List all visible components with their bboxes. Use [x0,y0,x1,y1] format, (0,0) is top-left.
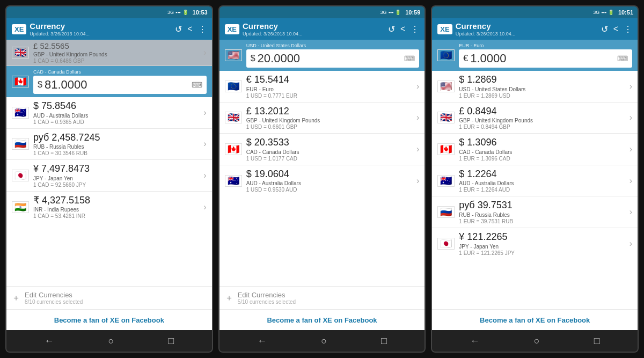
currency-item[interactable]: 🇪🇺 € 15.5414 EUR - Euro 1 USD = 0.7771 E… [219,71,425,103]
currency-code-1: GBP - United Kingdom Pounds [459,117,625,124]
recent-apps-icon[interactable]: □ [381,335,387,347]
phone-screen: 🇬🇧 £ 52.5565 GBP - United Kingdom Pounds… [6,40,212,330]
base-amount-row[interactable]: $ 81.0000 ⌨ [33,76,207,94]
share-icon[interactable]: < [613,24,618,34]
currency-code-5: JPY - Japan Yen [459,243,625,250]
refresh-icon[interactable]: ↺ [388,24,395,34]
app-header: XE Currency Updated: 3/26/2013 10:04... … [219,18,425,40]
share-icon[interactable]: < [187,24,192,34]
edit-currencies-info: Edit Currencies 5/10 currencies selected [238,291,296,305]
base-amount-value: 1.0000 [470,52,615,65]
xe-logo: XE [225,24,239,34]
currency-rate-3: 1 USD = 0.9530 AUD [246,187,412,193]
currency-item[interactable]: 🇦🇺 $ 19.0604 AUD - Australia Dollars 1 U… [219,165,425,196]
keyboard-icon: ⌨ [617,54,628,63]
facebook-link[interactable]: Become a fan of XE on Facebook [267,316,377,324]
edit-currencies-row[interactable]: ＋ Edit Currencies 5/10 currencies select… [219,286,425,309]
back-icon[interactable]: ← [44,335,54,347]
currency-amount-2: ¥ 7,497.8473 [33,163,199,175]
currency-item[interactable]: 🇦🇺 $ 75.8546 AUD - Australia Dollars 1 C… [6,97,212,129]
currency-info-1: руб 2,458.7245 RUB - Russia Rubles 1 CAD… [33,132,199,157]
menu-icon[interactable]: ⋮ [624,24,632,34]
refresh-icon[interactable]: ↺ [175,24,182,34]
currency-amount-3: $ 19.0604 [246,169,412,180]
currency-info-3: $ 1.2264 AUD - Australia Dollars 1 EUR =… [459,169,625,193]
back-icon[interactable]: ← [470,335,480,347]
currency-item[interactable]: 🇦🇺 $ 1.2264 AUD - Australia Dollars 1 EU… [432,165,638,197]
header-actions: ↺ < ⋮ [601,24,632,34]
currency-item[interactable]: 🇯🇵 ¥ 121.2265 JPY - Japan Yen 1 EUR = 12… [432,228,638,259]
currency-flag-3: 🇮🇳 [12,201,29,213]
nav-bar: ← ○ □ [6,330,212,352]
base-amount-row[interactable]: $ 20.0000 ⌨ [246,49,420,68]
currency-info-0: $ 75.8546 AUD - Australia Dollars 1 CAD … [33,100,199,125]
currency-rate-4: 1 EUR = 39.7531 RUB [459,218,625,224]
currency-flag-1: 🇬🇧 [225,112,242,123]
currency-flag-3: 🇦🇺 [437,175,455,187]
menu-icon[interactable]: ⋮ [198,24,207,34]
header-actions: ↺ < ⋮ [388,24,419,34]
base-currency-row[interactable]: 🇨🇦 CAD - Canada Dollars $ 81.0000 ⌨ [6,66,212,97]
plus-icon: ＋ [12,293,20,304]
currency-item[interactable]: 🇯🇵 ¥ 7,497.8473 JPY - Japan Yen 1 CAD = … [6,160,212,192]
currency-amount-1: руб 2,458.7245 [33,132,199,144]
base-amount-value: 81.0000 [45,78,189,92]
currency-amount-2: $ 20.3533 [246,137,412,149]
header-title-group: Currency Updated: 3/26/2013 10:04... [243,21,303,36]
status-icons: 3G ▪▪▪ 🔋 [593,10,614,15]
edit-currencies-row[interactable]: ＋ Edit Currencies 8/10 currencies select… [6,286,212,309]
currency-info-0: $ 1.2869 USD - United States Dollars 1 E… [459,74,625,99]
facebook-row: Become a fan of XE on Facebook [432,309,638,330]
currency-rate-2: 1 CAD = 92.5660 JPY [33,182,199,188]
currency-list: 🇺🇸 $ 1.2869 USD - United States Dollars … [432,71,638,309]
phones-container: 3G ▪▪▪ 🔋 10:53 XE Currency Updated: 3/26… [0,0,644,358]
currency-chevron-1: › [203,139,206,149]
recent-apps-icon[interactable]: □ [168,335,174,347]
currency-info-4: руб 39.7531 RUB - Russia Rubles 1 EUR = … [459,200,625,224]
truncated-chevron: › [203,48,206,57]
facebook-row: Become a fan of XE on Facebook [219,309,425,330]
header-actions: ↺ < ⋮ [175,24,206,34]
currency-item[interactable]: 🇨🇦 $ 1.3096 CAD - Canada Dollars 1 EUR =… [432,134,638,165]
currency-item[interactable]: 🇺🇸 $ 1.2869 USD - United States Dollars … [432,71,638,103]
currency-item[interactable]: 🇷🇺 руб 2,458.7245 RUB - Russia Rubles 1 … [6,129,212,160]
currency-item[interactable]: 🇮🇳 ₹ 4,327.5158 INR - India Rupees 1 CAD… [6,192,212,223]
header-left: XE Currency Updated: 3/26/2013 10:04... [225,21,303,36]
currency-item[interactable]: 🇷🇺 руб 39.7531 RUB - Russia Rubles 1 EUR… [432,196,638,228]
currency-item[interactable]: 🇬🇧 £ 13.2012 GBP - United Kingdom Pounds… [219,103,425,134]
base-currency-row[interactable]: 🇺🇸 USD - United States Dollars $ 20.0000… [219,40,425,71]
currency-flag-2: 🇯🇵 [12,170,29,181]
currency-flag-0: 🇪🇺 [225,81,242,92]
currency-code-2: CAD - Canada Dollars [459,149,625,156]
currency-rate-0: 1 CAD = 0.9365 AUD [33,119,199,125]
base-currency-row[interactable]: 🇪🇺 EUR - Euro € 1.0000 ⌨ [432,40,638,71]
currency-info-0: € 15.5414 EUR - Euro 1 USD = 0.7771 EUR [246,74,412,99]
currency-chevron-3: › [203,202,206,212]
app-title: Currency [456,21,516,31]
app-title: Currency [243,21,303,31]
currency-list: 🇪🇺 € 15.5414 EUR - Euro 1 USD = 0.7771 E… [219,71,425,286]
menu-icon[interactable]: ⋮ [411,24,419,34]
home-icon[interactable]: ○ [321,335,327,347]
share-icon[interactable]: < [400,24,405,34]
currency-item[interactable]: 🇬🇧 £ 0.8494 GBP - United Kingdom Pounds … [432,103,638,134]
home-icon[interactable]: ○ [534,335,540,347]
currency-rate-1: 1 USD = 0.6601 GBP [246,124,412,130]
status-icons: 3G ▪▪▪ 🔋 [380,10,401,15]
refresh-icon[interactable]: ↺ [601,24,608,34]
recent-apps-icon[interactable]: □ [594,335,600,347]
facebook-row: Become a fan of XE on Facebook [6,309,212,330]
facebook-link[interactable]: Become a fan of XE on Facebook [54,316,164,324]
truncated-code: GBP - United Kingdom Pounds [33,51,199,58]
base-amount-row[interactable]: € 1.0000 ⌨ [459,49,632,68]
currency-amount-5: ¥ 121.2265 [459,231,625,243]
app-subtitle: Updated: 3/26/2013 10:04... [30,31,90,36]
keyboard-icon: ⌨ [404,54,415,63]
currency-item[interactable]: 🇨🇦 $ 20.3533 CAD - Canada Dollars 1 USD … [219,134,425,165]
home-icon[interactable]: ○ [108,335,114,347]
currency-code-3: AUD - Australia Dollars [246,180,412,187]
facebook-link[interactable]: Become a fan of XE on Facebook [480,316,590,324]
currency-rate-3: 1 CAD = 53.4261 INR [33,213,199,219]
back-icon[interactable]: ← [257,335,267,347]
phone-1: 3G ▪▪▪ 🔋 10:53 XE Currency Updated: 3/26… [5,5,213,353]
